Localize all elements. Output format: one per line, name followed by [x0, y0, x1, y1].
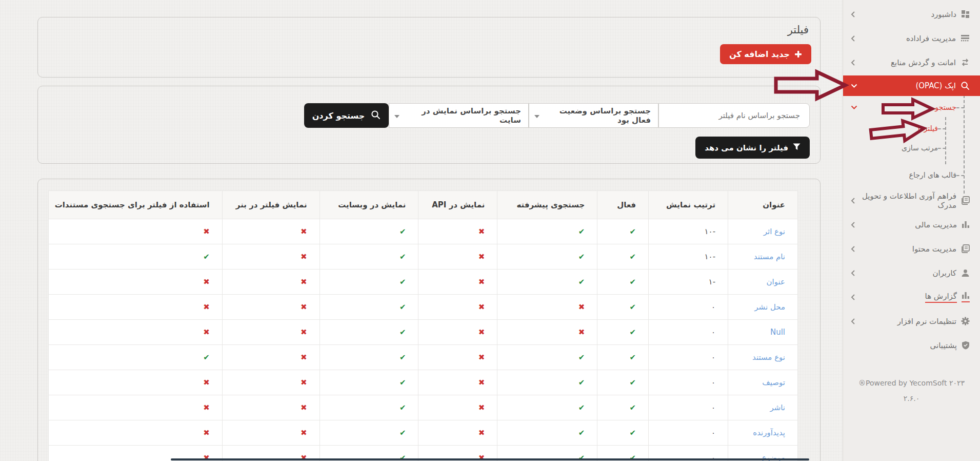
sidebar-item-label: پشتیبانی — [930, 341, 957, 350]
sidebar-item-finance[interactable]: مدیریت مالی — [843, 213, 980, 237]
cross-icon: ✖ — [301, 403, 307, 412]
active-cell: ✔ — [597, 420, 649, 446]
app-version: ۲.۶.۰ — [843, 394, 980, 402]
sidebar-item-label: مدیریت محتوا — [912, 244, 956, 254]
sidebar-item-sorting[interactable]: مرتب سازی — [843, 138, 980, 158]
add-new-button[interactable]: جدید اضافه کن — [720, 44, 811, 64]
filter-title-link[interactable]: نام مستند — [728, 244, 798, 270]
cross-icon: ✖ — [478, 403, 485, 412]
check-icon: ✔ — [399, 403, 406, 412]
check-icon: ✔ — [399, 428, 406, 437]
sidebar-item-users[interactable]: کاربران — [843, 261, 980, 285]
cross-icon: ✖ — [203, 302, 210, 312]
table-row: ناشر۰✔✔✖✔✖✖ — [49, 395, 798, 420]
sidebar-item-search[interactable]: جستجو — [843, 96, 980, 119]
sidebar-item-label: امانت و گردش منابع — [891, 58, 956, 67]
search-card: جستجو براساس وضعیت فعال بود جستجو براساس… — [37, 86, 821, 164]
sidebar-item-label: جستجو — [935, 103, 956, 111]
filter-title-link[interactable]: عنوان — [728, 270, 798, 295]
chevron-down-icon — [534, 115, 539, 118]
cross-icon: ✖ — [203, 403, 210, 412]
filter-title-link[interactable]: ناشر — [728, 395, 798, 420]
display-order-cell: ۰ — [649, 370, 728, 395]
doc-search-cell: ✖ — [49, 270, 223, 295]
api-display-cell: ✖ — [418, 370, 497, 395]
sidebar-item-circulation[interactable]: امانت و گردش منابع — [843, 50, 980, 74]
active-cell: ✔ — [597, 345, 649, 370]
site-display-filter-select[interactable]: جستجو براساس نمایش در سایت — [389, 103, 529, 128]
advanced-search-cell: ✖ — [497, 320, 597, 345]
status-filter-select[interactable]: جستجو براساس وضعیت فعال بود — [529, 103, 658, 128]
sidebar-item-label: فراهم آوری اطلاعات و تحویل مدرک — [861, 191, 956, 210]
status-filter-select-value: جستجو براساس وضعیت فعال بود — [543, 106, 651, 125]
sidebar-item-metadata[interactable]: مدیریت فراداده — [843, 26, 980, 50]
banner-display-cell: ✖ — [222, 320, 319, 345]
sidebar-item-settings[interactable]: تنظیمات نرم افزار — [843, 309, 980, 333]
show-filter-button[interactable]: فیلتر را نشان می دهد — [695, 137, 810, 159]
check-icon: ✔ — [399, 378, 406, 387]
show-filter-button-label: فیلتر را نشان می دهد — [705, 143, 788, 152]
banner-display-cell: ✖ — [222, 244, 319, 270]
search-button[interactable]: جستجو کردن — [304, 103, 389, 128]
filter-name-search-input[interactable] — [667, 110, 801, 121]
api-display-cell: ✖ — [418, 345, 497, 370]
filter-title-link[interactable]: نوع اثر — [728, 219, 798, 244]
table-row: نوع مستند۰✔✔✖✔✖✔ — [49, 345, 798, 370]
filter-title-link[interactable]: پدیدآورنده — [728, 420, 798, 446]
table-row: توصیف۰✔✔✖✔✖✖ — [49, 370, 798, 395]
grid-icon — [961, 10, 970, 18]
shield-icon — [962, 341, 970, 350]
chevron-left-icon — [851, 35, 855, 42]
table-row: Null۰✔✖✖✔✖✖ — [49, 320, 798, 345]
metadata-icon — [961, 34, 970, 42]
active-cell: ✔ — [597, 395, 649, 420]
column-header-6: نمایش فیلتر در بنر — [222, 191, 319, 219]
display-order-cell: ۰ — [649, 295, 728, 320]
filter-title-link[interactable]: توصیف — [728, 370, 798, 395]
sidebar-item-label: تنظیمات نرم افزار — [897, 317, 956, 326]
advanced-search-cell: ✔ — [497, 345, 597, 370]
check-icon: ✔ — [630, 277, 636, 286]
check-icon: ✔ — [578, 277, 585, 286]
check-icon: ✔ — [630, 227, 636, 236]
horizontal-scrollbar[interactable] — [171, 458, 809, 460]
add-new-button-label: جدید اضافه کن — [729, 49, 790, 59]
doc-search-cell: ✔ — [49, 345, 223, 370]
doc-search-cell: ✖ — [49, 219, 223, 244]
display-order-cell: ۱۰- — [649, 244, 728, 270]
active-cell: ✔ — [597, 219, 649, 244]
table-row: پدیدآورنده۰✔✔✖✔✖✖ — [49, 420, 798, 446]
sidebar-item-filters[interactable]: فیلترها — [843, 119, 980, 138]
sidebar-item-reports[interactable]: گزارش ها — [843, 285, 980, 309]
doc-search-cell: ✖ — [49, 395, 223, 420]
banner-display-cell: ✖ — [222, 219, 319, 244]
check-icon: ✔ — [399, 328, 406, 337]
advanced-search-cell: ✖ — [497, 295, 597, 320]
cross-icon: ✖ — [578, 328, 585, 337]
sidebar-item-content[interactable]: مدیریت محتوا — [843, 237, 980, 261]
sidebar-item-opac[interactable]: اپک (OPAC) — [843, 75, 980, 96]
sidebar-item-label: مدیریت مالی — [915, 220, 957, 229]
cross-icon: ✖ — [301, 353, 307, 362]
doc-search-cell: ✖ — [49, 370, 223, 395]
website-display-cell: ✔ — [319, 395, 418, 420]
banner-display-cell: ✖ — [222, 295, 319, 320]
filter-title-link[interactable]: محل نشر — [728, 295, 798, 320]
filter-title-link[interactable]: Null — [728, 320, 798, 345]
active-cell: ✔ — [597, 320, 649, 345]
display-order-cell: ۱- — [649, 270, 728, 295]
search-button-label: جستجو کردن — [312, 111, 365, 121]
barchart-icon — [962, 292, 970, 302]
sidebar-item-acquisition[interactable]: فراهم آوری اطلاعات و تحویل مدرک — [843, 188, 980, 213]
check-icon: ✔ — [630, 252, 636, 261]
sidebar-item-label: اپک (OPAC) — [915, 81, 956, 90]
advanced-search-cell: ✔ — [497, 395, 597, 420]
sidebar-item-label: گزارش ها — [925, 292, 957, 303]
sidebar-item-support[interactable]: پشتیبانی — [843, 333, 980, 357]
sidebar-item-ref-templates[interactable]: قالب های ارجاع — [843, 162, 980, 188]
api-display-cell: ✖ — [418, 420, 497, 446]
check-icon: ✔ — [578, 227, 585, 236]
cross-icon: ✖ — [578, 302, 585, 312]
filter-title-link[interactable]: نوع مستند — [728, 345, 798, 370]
sidebar-item-dashboard[interactable]: داشبورد — [843, 2, 980, 26]
